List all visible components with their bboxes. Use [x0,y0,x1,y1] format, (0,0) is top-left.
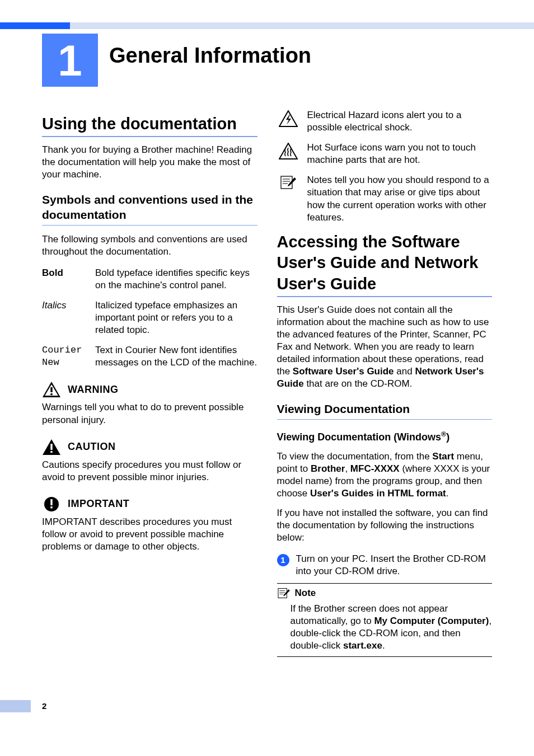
svg-rect-5 [50,444,52,450]
icon-row-notes: Notes tell you how you should respond to… [277,174,493,223]
symbol-desc-bold: Bold typeface identifies specific keys o… [95,267,257,292]
chapter-title: General Information [109,42,311,69]
caution-body: Cautions specify procedures you must fol… [42,459,257,483]
alert-caution: CAUTION Cautions specify procedures you … [42,439,257,483]
note-pencil-icon [277,174,299,223]
symbol-label-bold: Bold [42,267,95,292]
page-tab [0,700,31,712]
accessing-paragraph: This User's Guide does not contain all t… [277,304,493,391]
page-number: 2 [42,701,46,712]
warning-triangle-icon [42,381,61,398]
svg-rect-8 [50,499,52,505]
symbol-row-italics: Italics Italicized typeface emphasizes a… [42,299,257,336]
accessing-software-guide: Software User's Guide [293,366,394,377]
header-bar-accent [0,22,70,29]
left-column: Using the documentation Thank you for bu… [42,109,257,657]
view-guides: User's Guides in HTML format [310,488,446,499]
step-1: 1 Turn on your PC. Insert the Brother CD… [277,553,493,577]
warning-body: Warnings tell you what to do to prevent … [42,401,257,426]
symbols-table: Bold Bold typeface identifies specific k… [42,267,257,369]
note-e: . [382,640,385,651]
right-column: Electrical Hazard icons alert you to a p… [277,109,493,657]
note-block: Note If the Brother screen does not appe… [277,583,493,657]
viewing-paragraph: To view the documentation, from the Star… [277,450,493,500]
note-body: If the Brother screen does not appear au… [277,603,493,652]
accessing-text-e: that are on the CD-ROM. [304,378,413,389]
caution-triangle-icon [42,439,61,456]
icon-row-electrical: Electrical Hazard icons alert you to a p… [277,109,493,134]
step-number-badge: 1 [277,554,289,566]
symbol-row-bold: Bold Bold typeface identifies specific k… [42,267,257,292]
view-mfc: MFC-XXXX [350,463,400,474]
accessing-text-c: and [394,366,415,377]
alert-important: IMPORTANT IMPORTANT describes procedures… [42,496,257,553]
hot-surface-icon [277,142,299,166]
viewing-h4-pre: Viewing Documentation (Windows [277,431,442,443]
warning-title: WARNING [68,383,119,396]
svg-rect-2 [50,387,52,392]
view-start: Start [432,451,454,462]
alert-warning: WARNING Warnings tell you what to do to … [42,381,257,426]
svg-rect-6 [50,451,52,453]
section-using-doc: Using the documentation [42,114,257,137]
symbol-row-courier: Courier New Text in Courier New font ide… [42,344,257,369]
view-i: . [446,488,449,499]
note-mycomputer: My Computer (Computer) [374,616,489,626]
step-1-text: Turn on your PC. Insert the Brother CD-R… [296,553,493,577]
hot-text: Hot Surface icons warn you not to touch … [307,142,493,166]
section-accessing: Accessing the Software User's Guide and … [277,232,493,297]
important-body: IMPORTANT describes procedures you must … [42,516,257,553]
intro-paragraph: Thank you for buying a Brother machine! … [42,144,257,181]
svg-rect-9 [50,506,52,508]
view-a: To view the documentation, from the [277,451,433,462]
chapter-number-box: 1 [42,34,98,87]
notes-text: Notes tell you how you should respond to… [307,174,493,223]
chapter-number: 1 [58,39,82,82]
symbol-label-italics: Italics [42,299,95,336]
symbol-desc-courier: Text in Courier New font identifies mess… [95,344,257,369]
electrical-text: Electrical Hazard icons alert you to a p… [307,109,493,134]
viewing-h4-post: ) [446,431,449,443]
symbol-label-courier: Courier New [42,344,95,369]
subsection-viewing: Viewing Documentation [277,401,493,419]
view-brother: Brother [311,463,345,474]
svg-rect-3 [50,393,52,395]
viewing-windows-heading: Viewing Documentation (Windows®) [277,430,493,444]
electrical-hazard-icon [277,109,299,134]
content-columns: Using the documentation Thank you for bu… [42,109,492,657]
symbols-lead: The following symbols and conventions ar… [42,233,257,258]
step-number: 1 [280,555,285,566]
symbol-desc-italics: Italicized typeface emphasizes an import… [95,299,257,336]
header-bar-light [70,22,534,29]
note-icon [277,588,291,599]
registered-mark: ® [441,430,446,438]
note-startexe: start.exe [343,640,382,651]
important-circle-icon [42,496,61,513]
view-e: , [345,463,350,474]
subsection-symbols: Symbols and conventions used in the docu… [42,192,257,226]
caution-title: CAUTION [68,440,116,453]
noinstall-paragraph: If you have not installed the software, … [277,507,493,544]
note-title: Note [295,587,316,599]
icon-row-hot: Hot Surface icons warn you not to touch … [277,142,493,166]
important-title: IMPORTANT [68,497,129,510]
